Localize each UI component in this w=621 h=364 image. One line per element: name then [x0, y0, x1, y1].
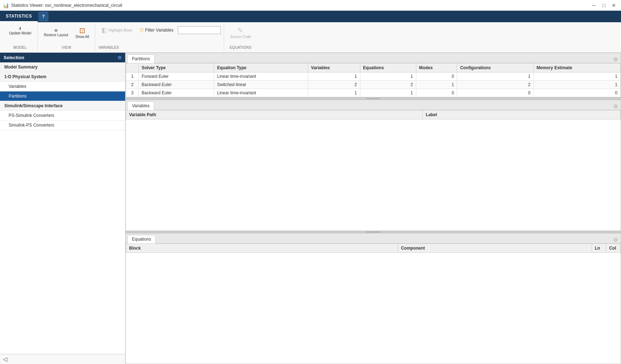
sidebar-bottom: ◁ — [0, 354, 125, 364]
highlight-block-button[interactable]: ◧ Highlight Block — [98, 25, 135, 35]
cell-solver-type: Backward Euler — [139, 81, 214, 89]
equations-panel: Equations ⊙ Block Component Ln Col — [125, 233, 621, 364]
model-group-label: MODEL — [14, 44, 27, 49]
partitions-section: Partitions ⊙ Solver Type Equation Type V… — [125, 53, 621, 98]
sidebar-title: Selection — [4, 55, 24, 60]
col-label: Label — [423, 110, 621, 119]
equations-table: Block Component Ln Col — [126, 244, 621, 253]
cell-variables: 2 — [308, 81, 360, 89]
cell-memory-estimate: 1 — [534, 81, 620, 89]
main-layout: Selection ⊙ Model Summary 1-D Physical S… — [0, 53, 621, 364]
close-button[interactable]: ✕ — [610, 1, 618, 9]
cell-variables: 1 — [308, 72, 360, 81]
minimize-button[interactable]: ─ — [589, 1, 598, 9]
cell-memory-estimate: 1 — [534, 72, 620, 81]
tab-bar: STATISTICS ? — [0, 11, 621, 22]
col-variables: Variables — [308, 63, 360, 72]
variables-search-input[interactable] — [178, 26, 221, 34]
toolbar-variables-group: ◧ Highlight Block ▽ Filter Variables VAR… — [95, 24, 224, 51]
help-button[interactable]: ? — [38, 11, 48, 22]
source-code-button[interactable]: ✎ Source Code — [227, 25, 254, 41]
variables-panel-options[interactable]: ⊙ — [612, 103, 619, 110]
col-equations: Equations — [360, 63, 416, 72]
cell-equation-type: Linear time-invariant — [214, 72, 308, 81]
source-code-icon: ✎ — [237, 27, 243, 34]
show-all-label: Show All — [75, 35, 89, 39]
variables-group-label: VARIABLES — [98, 44, 119, 49]
tab-equations[interactable]: Equations — [127, 235, 156, 244]
cell-configurations: 0 — [457, 89, 534, 97]
toolbar-equations-group: ✎ Source Code EQUATIONS — [224, 24, 257, 51]
show-all-button[interactable]: ⊡ Show All — [72, 25, 92, 41]
restore-layout-label: Restore Layout — [44, 33, 68, 37]
col-row-num — [126, 63, 139, 72]
tab-partitions[interactable]: Partitions — [127, 55, 155, 63]
col-component: Component — [398, 244, 592, 252]
cell-row-num: 1 — [126, 72, 139, 81]
update-model-icon: ⬇ — [19, 27, 22, 30]
sidebar-item-variables[interactable]: Variables — [0, 82, 125, 91]
col-ln: Ln — [592, 244, 606, 252]
col-variable-path: Variable Path — [126, 110, 423, 119]
cell-memory-estimate: 0 — [534, 89, 620, 97]
cell-modes: 1 — [416, 81, 457, 89]
cell-equations: 1 — [360, 72, 416, 81]
equations-section: Equations ⊙ Block Component Ln Col — [125, 233, 621, 364]
partitions-tab-bar: Partitions ⊙ — [126, 53, 621, 63]
cell-solver-type: Backward Euler — [139, 89, 214, 97]
sidebar-item-model-summary: Model Summary — [0, 62, 125, 72]
show-all-icon: ⊡ — [79, 27, 85, 34]
cell-row-num: 2 — [126, 81, 139, 89]
sidebar-item-partitions[interactable]: Partitions — [0, 91, 125, 101]
col-col: Col — [606, 244, 621, 252]
title-bar-left: 📊 Statistics Viewer: ssc_nonlinear_elect… — [3, 3, 122, 8]
cell-equation-type: Linear time-invariant — [214, 89, 308, 97]
cell-variables: 1 — [308, 89, 360, 97]
equations-panel-options[interactable]: ⊙ — [612, 236, 619, 243]
cell-modes: 0 — [416, 72, 457, 81]
table-row[interactable]: 3 Backward Euler Linear time-invariant 1… — [126, 89, 621, 97]
view-group-label: VIEW — [62, 44, 71, 49]
update-model-label: Update Model — [9, 31, 31, 35]
restore-layout-icon: ⊞ — [54, 29, 57, 32]
equations-group-label: EQUATIONS — [230, 44, 252, 49]
cell-equation-type: Switched linear — [214, 81, 308, 89]
cell-modes: 0 — [416, 89, 457, 97]
app-icon: 📊 — [3, 3, 9, 8]
partitions-table: Solver Type Equation Type Variables Equa… — [126, 63, 621, 97]
sidebar-back-button[interactable]: ◁ — [3, 356, 7, 363]
col-configurations: Configurations — [457, 63, 534, 72]
tab-statistics[interactable]: STATISTICS — [0, 11, 38, 22]
update-model-button[interactable]: ⬇ Update Model — [6, 25, 34, 37]
col-block: Block — [126, 244, 398, 252]
filter-variables-label: Filter Variables — [145, 28, 174, 33]
sidebar-header: Selection ⊙ — [0, 53, 125, 62]
col-memory-estimate: Memory Estimate — [534, 63, 620, 72]
table-row[interactable]: 2 Backward Euler Switched linear 2 2 1 2… — [126, 81, 621, 89]
toolbar-view-group: ⊞ Restore Layout ⊡ Show All VIEW — [38, 24, 95, 51]
view-buttons: ⊞ Restore Layout ⊡ Show All — [41, 25, 92, 41]
highlight-block-icon: ◧ — [101, 27, 108, 33]
sidebar-settings-icon[interactable]: ⊙ — [118, 55, 122, 60]
filter-icon: ▽ — [140, 27, 144, 33]
sidebar-item-ps-simulink[interactable]: PS-Simulink Converters — [0, 111, 125, 120]
col-equation-type: Equation Type — [214, 63, 308, 72]
maximize-button[interactable]: □ — [599, 1, 608, 9]
panels-container: Partitions ⊙ Solver Type Equation Type V… — [125, 53, 621, 364]
sidebar-item-simulink-interface: Simulink/Simscape Interface — [0, 101, 125, 111]
equations-panel-content: Block Component Ln Col — [126, 244, 621, 364]
tab-variables[interactable]: Variables — [127, 101, 154, 110]
partitions-panel-content: Solver Type Equation Type Variables Equa… — [126, 63, 621, 97]
sidebar-item-simulink-ps[interactable]: Simulink-PS Converters — [0, 120, 125, 130]
cell-configurations: 1 — [457, 72, 534, 81]
restore-layout-button[interactable]: ⊞ Restore Layout — [41, 25, 71, 41]
table-row[interactable]: 1 Forward Euler Linear time-invariant 1 … — [126, 72, 621, 81]
cell-equations: 2 — [360, 81, 416, 89]
partitions-panel-options[interactable]: ⊙ — [612, 56, 619, 63]
highlight-block-label: Highlight Block — [108, 28, 132, 32]
cell-configurations: 2 — [457, 81, 534, 89]
filter-variables-button[interactable]: ▽ Filter Variables — [137, 26, 176, 34]
variables-tab-bar: Variables ⊙ — [126, 100, 621, 110]
cell-row-num: 3 — [126, 89, 139, 97]
partitions-panel: Partitions ⊙ Solver Type Equation Type V… — [125, 53, 621, 98]
